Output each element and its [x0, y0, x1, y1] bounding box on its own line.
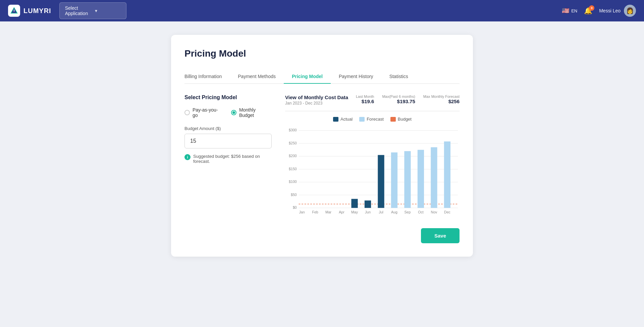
bar-oct-forecast: [418, 150, 424, 208]
bar-nov-forecast: [431, 147, 437, 208]
suggestion-label: Suggested budget: $256 based on forecast…: [193, 154, 272, 164]
page-title: Pricing Model: [184, 48, 460, 59]
left-panel: Select Pricing Model Pay-as-you-go Month…: [184, 94, 272, 217]
svg-text:Aug: Aug: [391, 210, 397, 214]
logo[interactable]: LUMYRI: [8, 5, 51, 17]
avatar: 👩: [624, 5, 636, 17]
svg-text:Apr: Apr: [339, 210, 344, 214]
radio-payg[interactable]: Pay-as-you-go: [184, 107, 223, 118]
avatar-image: 👩: [626, 7, 634, 14]
logo-text: LUMYRI: [23, 7, 51, 15]
legend-actual-label: Actual: [340, 117, 353, 122]
radio-circle-monthly: [231, 110, 236, 115]
stat-max-forecast-value: $256: [423, 99, 460, 104]
tab-statistics[interactable]: Statistics: [381, 70, 416, 84]
radio-payg-label: Pay-as-you-go: [193, 107, 223, 118]
legend-actual: Actual: [333, 117, 353, 122]
stat-max-forecast-label: Max Monthly Forecast: [423, 94, 460, 99]
svg-text:Feb: Feb: [312, 210, 318, 214]
svg-text:Oct: Oct: [418, 210, 424, 214]
language-selector[interactable]: 🇺🇸 EN: [562, 7, 577, 14]
app-selector-label: Select Application: [65, 5, 91, 16]
stat-max-6m: Max(Past 6 months) $193.75: [382, 94, 415, 104]
svg-text:Jan: Jan: [299, 210, 305, 214]
svg-text:May: May: [351, 210, 358, 214]
tab-billing-information[interactable]: Billing Information: [184, 70, 230, 84]
legend-budget-label: Budget: [398, 117, 412, 122]
budget-amount-input[interactable]: [184, 134, 272, 148]
legend-budget-color: [390, 117, 396, 122]
svg-text:$250: $250: [289, 141, 297, 145]
stat-last-month-label: Last Month: [356, 94, 374, 99]
radio-monthly[interactable]: Monthly Budget: [231, 107, 272, 118]
stat-last-month-value: $19.6: [356, 99, 374, 104]
legend-forecast: Forecast: [359, 117, 384, 122]
suggestion-text: i Suggested budget: $256 based on foreca…: [184, 154, 272, 164]
chart-legend: Actual Forecast Budget: [285, 117, 460, 122]
budget-amount-label: Budget Amount ($): [184, 126, 272, 131]
tab-payment-history[interactable]: Payment History: [331, 70, 381, 84]
svg-text:$150: $150: [289, 167, 297, 171]
save-button[interactable]: Save: [421, 228, 460, 243]
chevron-down-icon: ▾: [95, 8, 121, 13]
bar-chart: $300 $250 $200 $150 $100 $50 $0: [285, 126, 460, 216]
chart-divider: [285, 111, 460, 111]
svg-text:Nov: Nov: [431, 210, 438, 214]
svg-text:$0: $0: [293, 205, 297, 209]
svg-text:Sep: Sep: [405, 210, 411, 214]
svg-text:$50: $50: [291, 193, 297, 197]
stat-max-6m-value: $193.75: [382, 99, 415, 104]
bar-aug-forecast: [391, 152, 397, 208]
legend-forecast-color: [359, 117, 365, 122]
tab-pricing-model[interactable]: Pricing Model: [284, 70, 331, 84]
radio-dot-monthly: [232, 111, 235, 114]
svg-text:Dec: Dec: [444, 210, 451, 214]
legend-forecast-label: Forecast: [367, 117, 384, 122]
stat-last-month: Last Month $19.6: [356, 94, 374, 104]
tab-payment-methods[interactable]: Payment Methods: [230, 70, 284, 84]
main-card: Pricing Model Billing Information Paymen…: [171, 35, 473, 257]
bar-sep-forecast: [404, 151, 411, 208]
legend-actual-color: [333, 117, 338, 122]
svg-text:$300: $300: [289, 128, 297, 132]
footer: Save: [184, 228, 460, 243]
bar-may-actual: [351, 199, 358, 208]
logo-icon: [8, 5, 20, 17]
lang-label: EN: [571, 8, 577, 13]
chart-title: View of Monthly Cost Data: [285, 94, 356, 100]
stat-max-6m-label: Max(Past 6 months): [382, 94, 415, 99]
chart-stats: Last Month $19.6 Max(Past 6 months) $193…: [356, 94, 460, 104]
select-pricing-model-title: Select Pricing Model: [184, 94, 272, 101]
bar-jul-actual: [378, 155, 384, 208]
svg-text:$200: $200: [289, 154, 297, 158]
radio-monthly-label: Monthly Budget: [239, 107, 272, 118]
user-menu[interactable]: Messi Leo 👩: [599, 5, 636, 17]
tabs-nav: Billing Information Payment Methods Pric…: [184, 70, 460, 84]
radio-circle-payg: [184, 110, 190, 115]
pricing-model-radio-group: Pay-as-you-go Monthly Budget: [184, 107, 272, 118]
bar-dec-forecast: [444, 141, 450, 208]
info-icon: i: [184, 154, 191, 160]
chart-title-area: View of Monthly Cost Data Jan 2023 - Dec…: [285, 94, 356, 106]
bar-jun-actual: [365, 200, 371, 208]
svg-text:$100: $100: [289, 180, 297, 184]
app-selector-dropdown[interactable]: Select Application ▾: [59, 2, 126, 19]
stat-max-forecast: Max Monthly Forecast $256: [423, 94, 460, 104]
svg-text:Mar: Mar: [325, 210, 332, 214]
content-area: Select Pricing Model Pay-as-you-go Month…: [184, 94, 460, 217]
user-name: Messi Leo: [599, 8, 621, 13]
notification-badge: 0: [589, 5, 594, 11]
notification-bell[interactable]: 🔔 0: [584, 7, 592, 15]
right-panel: View of Monthly Cost Data Jan 2023 - Dec…: [285, 94, 460, 217]
svg-text:Jun: Jun: [365, 210, 371, 214]
chart-header: View of Monthly Cost Data Jan 2023 - Dec…: [285, 94, 460, 106]
legend-budget: Budget: [390, 117, 412, 122]
chart-subtitle: Jan 2023 - Dec 2023: [285, 101, 356, 106]
flag-icon: 🇺🇸: [562, 7, 569, 14]
svg-text:Jul: Jul: [379, 210, 383, 214]
